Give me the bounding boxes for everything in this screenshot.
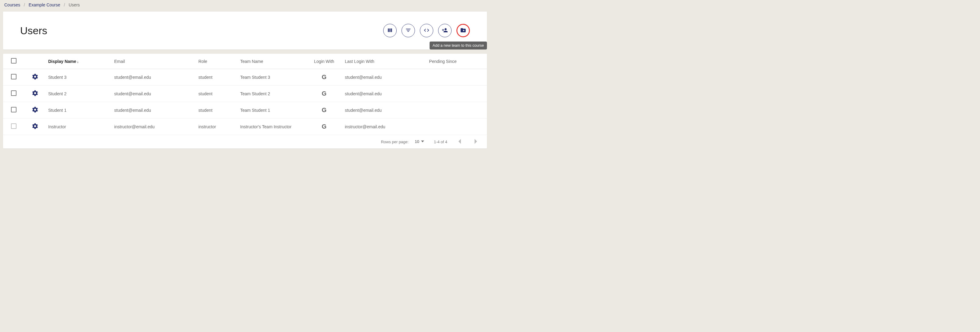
- cell-last-login-with: student@email.edu: [342, 86, 426, 102]
- pagination-range: 1-4 of 4: [434, 140, 447, 144]
- cell-last-login-with: instructor@email.edu: [342, 118, 426, 135]
- column-header-last-login-with[interactable]: Last Login With: [342, 54, 426, 69]
- tooltip: Add a new team to this course: [430, 42, 487, 49]
- table-header-row: Display Name↓ Email Role Team Name Login…: [3, 54, 487, 69]
- column-header-role[interactable]: Role: [196, 54, 238, 69]
- row-checkbox[interactable]: [11, 74, 16, 80]
- cell-login-with: G: [306, 86, 342, 102]
- code-icon: [423, 27, 430, 34]
- breadcrumb-current: Users: [68, 2, 80, 7]
- google-icon: G: [321, 73, 326, 80]
- users-table: Display Name↓ Email Role Team Name Login…: [3, 54, 487, 135]
- cell-login-with: G: [306, 69, 342, 86]
- rows-per-page-value: 10: [415, 139, 419, 144]
- cell-pending-since: [426, 86, 487, 102]
- add-user-icon: [442, 27, 448, 34]
- row-checkbox[interactable]: [11, 90, 16, 96]
- prev-page-button[interactable]: [456, 138, 463, 145]
- chevron-left-icon: [458, 139, 461, 145]
- column-header-display-name[interactable]: Display Name↓: [46, 54, 112, 69]
- gear-icon[interactable]: [32, 109, 38, 114]
- breadcrumb-link-courses[interactable]: Courses: [4, 2, 20, 7]
- row-checkbox[interactable]: [11, 107, 16, 112]
- cell-team-name: Team Student 3: [238, 69, 306, 86]
- gear-icon[interactable]: [32, 126, 38, 131]
- column-header-email[interactable]: Email: [112, 54, 196, 69]
- column-header-login-with[interactable]: Login With: [306, 54, 342, 69]
- code-button[interactable]: [420, 24, 433, 37]
- dropdown-arrow-icon: [421, 139, 424, 144]
- cell-team-name: Instructor's Team Instructor: [238, 118, 306, 135]
- breadcrumb-link-course[interactable]: Example Course: [29, 2, 60, 7]
- pagination: Rows per page: 10 1-4 of 4: [3, 135, 487, 148]
- rows-per-page-label: Rows per page:: [381, 140, 409, 144]
- next-page-button[interactable]: [472, 138, 480, 145]
- add-team-button[interactable]: [457, 24, 470, 37]
- cell-pending-since: [426, 102, 487, 118]
- page-title: Users: [20, 25, 47, 37]
- cell-display-name: Student 1: [46, 102, 112, 118]
- toolbar: Add a new team to this course: [383, 24, 470, 37]
- cell-email: student@email.edu: [112, 102, 196, 118]
- cell-pending-since: [426, 69, 487, 86]
- columns-icon: [387, 27, 393, 34]
- cell-email: student@email.edu: [112, 69, 196, 86]
- google-icon: G: [321, 90, 326, 97]
- cell-pending-since: [426, 118, 487, 135]
- table-row: Student 3student@email.edustudentTeam St…: [3, 69, 487, 86]
- google-icon: G: [321, 123, 326, 130]
- cell-login-with: G: [306, 102, 342, 118]
- add-folder-icon: [460, 27, 466, 34]
- google-icon: G: [321, 107, 326, 113]
- column-header-pending-since[interactable]: Pending Since: [426, 54, 487, 69]
- row-checkbox[interactable]: [11, 123, 16, 129]
- header-card: Users Add a new team to this: [3, 11, 487, 49]
- cell-login-with: G: [306, 118, 342, 135]
- chevron-right-icon: [474, 139, 477, 145]
- cell-email: student@email.edu: [112, 86, 196, 102]
- select-all-checkbox[interactable]: [11, 58, 16, 64]
- gear-icon[interactable]: [32, 76, 38, 81]
- gear-icon[interactable]: [32, 93, 38, 97]
- cell-role: instructor: [196, 118, 238, 135]
- table-row: Instructorinstructor@email.eduinstructor…: [3, 118, 487, 135]
- filter-icon: [405, 27, 411, 34]
- sort-arrow-down-icon: ↓: [77, 59, 79, 64]
- add-user-button[interactable]: [438, 24, 452, 37]
- column-label: Display Name: [48, 59, 76, 64]
- cell-display-name: Student 3: [46, 69, 112, 86]
- users-table-card: Display Name↓ Email Role Team Name Login…: [3, 54, 487, 148]
- table-row: Student 2student@email.edustudentTeam St…: [3, 86, 487, 102]
- cell-role: student: [196, 86, 238, 102]
- cell-display-name: Student 2: [46, 86, 112, 102]
- cell-team-name: Team Student 2: [238, 86, 306, 102]
- breadcrumb-separator: /: [24, 2, 25, 7]
- breadcrumb: Courses / Example Course / Users: [3, 2, 487, 11]
- table-row: Student 1student@email.edustudentTeam St…: [3, 102, 487, 118]
- rows-per-page-select[interactable]: 10: [414, 139, 425, 145]
- cell-last-login-with: student@email.edu: [342, 102, 426, 118]
- cell-role: student: [196, 102, 238, 118]
- cell-display-name: Instructor: [46, 118, 112, 135]
- breadcrumb-separator: /: [64, 2, 65, 7]
- column-header-team-name[interactable]: Team Name: [238, 54, 306, 69]
- cell-last-login-with: student@email.edu: [342, 69, 426, 86]
- filter-button[interactable]: [401, 24, 415, 37]
- cell-role: student: [196, 69, 238, 86]
- cell-email: instructor@email.edu: [112, 118, 196, 135]
- columns-button[interactable]: [383, 24, 397, 37]
- cell-team-name: Team Student 1: [238, 102, 306, 118]
